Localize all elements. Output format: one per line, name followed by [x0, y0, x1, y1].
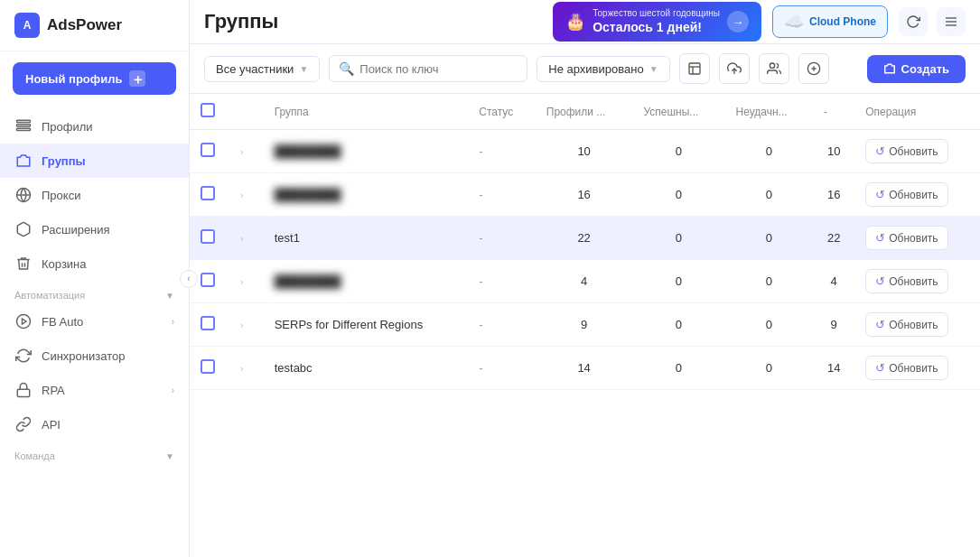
- group-name: ████████: [275, 274, 341, 288]
- row-group-cell: testabc: [264, 347, 469, 390]
- rpa-label: RPA: [42, 384, 65, 397]
- sidebar-collapse-button[interactable]: ‹: [180, 270, 198, 288]
- menu-header-button[interactable]: [937, 7, 966, 36]
- expand-arrow-icon[interactable]: ›: [240, 320, 243, 330]
- op-label: Обновить: [889, 319, 938, 331]
- row-profiles-cell: 4: [536, 260, 633, 303]
- archive-chevron-icon: ▼: [649, 64, 658, 74]
- row-checkbox[interactable]: [201, 316, 215, 330]
- new-profile-button[interactable]: Новый профиль ＋: [13, 62, 176, 95]
- sidebar-item-groups[interactable]: Группы: [0, 144, 189, 178]
- toolbar: Все участники ▼ 🔍 Не архивировано ▼ Созд…: [190, 44, 980, 94]
- profiles-icon: [14, 117, 33, 135]
- row-checkbox[interactable]: [201, 273, 215, 287]
- col-profiles-header: Профили ...: [536, 94, 633, 130]
- row-fail-cell: 0: [725, 303, 814, 347]
- refresh-op-icon: ↺: [875, 188, 885, 201]
- sidebar-item-extensions[interactable]: Расширения: [0, 212, 189, 246]
- row-expand-cell: ›: [229, 217, 264, 260]
- row-group-cell: SERPs for Different Regions: [264, 303, 469, 347]
- cloud-phone-label: Cloud Phone: [809, 15, 876, 28]
- users-button[interactable]: [759, 53, 789, 84]
- sidebar-item-profiles[interactable]: Профили: [0, 109, 189, 144]
- row-group-cell: test1: [264, 217, 469, 260]
- row-status-cell: -: [468, 347, 535, 390]
- refresh-op-button[interactable]: ↺ Обновить: [865, 356, 947, 380]
- svg-rect-11: [689, 63, 700, 74]
- sidebar-logo: A AdsPower: [0, 0, 189, 51]
- archive-dropdown[interactable]: Не архивировано ▼: [537, 56, 669, 82]
- row-checkbox[interactable]: [201, 186, 215, 200]
- sidebar-item-sync[interactable]: Синхронизатор: [0, 339, 189, 373]
- fb-auto-arrow: ›: [172, 317, 174, 327]
- row-expand-cell: ›: [229, 173, 264, 217]
- svg-point-5: [17, 315, 31, 329]
- filter-dropdown[interactable]: Все участники ▼: [204, 56, 320, 82]
- cloud-phone-icon: ☁️: [784, 12, 804, 32]
- expand-arrow-icon[interactable]: ›: [240, 364, 243, 374]
- sidebar-item-trash[interactable]: Корзина: [0, 246, 189, 281]
- row-checkbox[interactable]: [201, 229, 215, 244]
- row-col8-cell: 9: [813, 303, 854, 347]
- refresh-op-icon: ↺: [875, 231, 885, 245]
- row-checkbox-cell: [190, 173, 229, 217]
- groups-icon: [14, 152, 33, 170]
- promo-banner[interactable]: 🎂 Торжество шестой годовщины Осталось 1 …: [553, 2, 761, 41]
- row-checkbox[interactable]: [201, 143, 215, 157]
- upload-button[interactable]: [719, 53, 750, 84]
- row-status-cell: -: [468, 173, 535, 217]
- svg-point-13: [770, 63, 774, 68]
- create-label: Создать: [901, 62, 949, 76]
- refresh-op-button[interactable]: ↺ Обновить: [865, 312, 947, 337]
- refresh-header-button[interactable]: [899, 7, 928, 36]
- expand-arrow-icon[interactable]: ›: [240, 277, 243, 287]
- row-expand-cell: ›: [229, 347, 264, 390]
- cloud-phone-button[interactable]: ☁️ Cloud Phone: [772, 5, 888, 38]
- refresh-op-icon: ↺: [875, 361, 885, 375]
- table-row: › testabc - 14 0 0 14 ↺ Обновить: [190, 347, 980, 390]
- row-checkbox[interactable]: [201, 359, 215, 374]
- logo-icon: A: [14, 13, 40, 38]
- row-op-cell: ↺ Обновить: [854, 130, 980, 173]
- import-button[interactable]: [679, 53, 710, 84]
- group-name: SERPs for Different Regions: [275, 318, 424, 331]
- api-icon: [14, 415, 33, 433]
- top-header: Группы 🎂 Торжество шестой годовщины Оста…: [190, 0, 980, 44]
- sidebar-item-api[interactable]: API: [0, 407, 189, 441]
- logo-text: AdsPower: [47, 16, 122, 34]
- expand-arrow-icon[interactable]: ›: [240, 234, 243, 244]
- svg-marker-6: [23, 319, 27, 324]
- refresh-op-button[interactable]: ↺ Обновить: [865, 182, 947, 207]
- row-fail-cell: 0: [725, 260, 814, 303]
- select-all-checkbox[interactable]: [201, 103, 215, 117]
- extensions-label: Расширения: [42, 223, 110, 237]
- coins-button[interactable]: [798, 53, 829, 84]
- row-group-cell: ████████: [264, 173, 469, 217]
- row-group-cell: ████████: [264, 260, 469, 303]
- expand-arrow-icon[interactable]: ›: [240, 190, 243, 200]
- col-status-header: Статус: [468, 94, 535, 130]
- refresh-op-button[interactable]: ↺ Обновить: [865, 269, 947, 293]
- svg-rect-7: [17, 389, 30, 396]
- group-name: test1: [275, 231, 300, 245]
- sidebar-item-rpa[interactable]: RPA ›: [0, 373, 189, 407]
- fb-auto-label: FB Auto: [42, 315, 83, 329]
- sync-label: Синхронизатор: [42, 349, 125, 363]
- expand-arrow-icon[interactable]: ›: [240, 147, 243, 157]
- sidebar: A AdsPower Новый профиль ＋ Профили Групп…: [0, 0, 190, 557]
- row-col8-cell: 10: [813, 130, 854, 173]
- proxy-label: Прокси: [42, 189, 80, 202]
- op-label: Обновить: [889, 145, 938, 158]
- row-status-cell: -: [468, 303, 535, 347]
- sidebar-item-proxy[interactable]: Прокси: [0, 178, 189, 212]
- refresh-op-button[interactable]: ↺ Обновить: [865, 139, 947, 163]
- refresh-op-button[interactable]: ↺ Обновить: [865, 226, 947, 250]
- create-button[interactable]: Создать: [867, 55, 966, 83]
- row-op-cell: ↺ Обновить: [854, 260, 980, 303]
- search-input[interactable]: [359, 62, 518, 76]
- row-fail-cell: 0: [725, 173, 814, 217]
- row-success-cell: 0: [632, 347, 724, 390]
- sidebar-item-fb-auto[interactable]: FB Auto ›: [0, 304, 189, 339]
- row-checkbox-cell: [190, 303, 229, 347]
- row-col8-cell: 4: [813, 260, 854, 303]
